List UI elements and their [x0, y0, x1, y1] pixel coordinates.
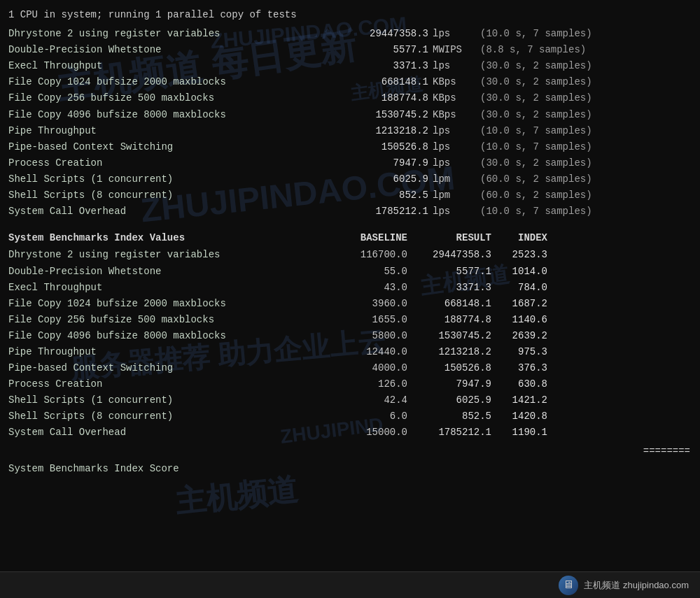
index-table-header: System Benchmarks Index Values BASELINE …	[8, 229, 692, 247]
logo: 🖥 主机频道 zhujipindao.com	[559, 576, 689, 595]
score-line: System Benchmarks Index Score	[8, 460, 692, 478]
bench-row: File Copy 1024 bufsize 2000 maxblocks 66…	[8, 74, 692, 90]
index-row: Pipe Throughput 12440.0 1213218.2 975.3	[8, 344, 692, 360]
bench-row: Dhrystone 2 using register variables 294…	[8, 26, 692, 42]
bench-row: Shell Scripts (1 concurrent) 6025.9 lpm …	[8, 171, 692, 187]
index-row: System Call Overhead 15000.0 1785212.1 1…	[8, 425, 692, 441]
logo-icon: 🖥	[559, 576, 578, 595]
index-row: Execl Throughput 43.0 3371.3 784.0	[8, 280, 692, 296]
index-row: File Copy 1024 bufsize 2000 maxblocks 39…	[8, 296, 692, 312]
terminal-output: 1 CPU in system; running 1 parallel copy…	[0, 0, 700, 485]
bench-row: Execl Throughput 3371.3 lps (30.0 s, 2 s…	[8, 58, 692, 74]
bench-row: Process Creation 7947.9 lps (30.0 s, 2 s…	[8, 155, 692, 171]
benchmark-results: Dhrystone 2 using register variables 294…	[8, 26, 692, 220]
bottom-bar: 🖥 主机频道 zhujipindao.com	[0, 571, 700, 598]
index-row: File Copy 256 bufsize 500 maxblocks 1655…	[8, 312, 692, 328]
bench-row: Pipe-based Context Switching 150526.8 lp…	[8, 139, 692, 155]
index-row: Pipe-based Context Switching 4000.0 1505…	[8, 360, 692, 376]
equals-divider: ========	[8, 443, 692, 460]
bench-row: Shell Scripts (8 concurrent) 852.5 lpm (…	[8, 187, 692, 204]
index-row: Shell Scripts (8 concurrent) 6.0 852.5 1…	[8, 408, 692, 425]
logo-text: 主机频道 zhujipindao.com	[584, 579, 689, 592]
index-table: System Benchmarks Index Values BASELINE …	[8, 229, 692, 478]
index-row: Shell Scripts (1 concurrent) 42.4 6025.9…	[8, 392, 692, 408]
index-row: Process Creation 126.0 7947.9 630.8	[8, 376, 692, 392]
index-row: Double-Precision Whetstone 55.0 5577.1 1…	[8, 264, 692, 280]
index-row: Dhrystone 2 using register variables 116…	[8, 247, 692, 263]
bench-row: Pipe Throughput 1213218.2 lps (10.0 s, 7…	[8, 123, 692, 139]
bench-row: Double-Precision Whetstone 5577.1 MWIPS …	[8, 42, 692, 58]
bench-row: File Copy 4096 bufsize 8000 maxblocks 15…	[8, 107, 692, 123]
index-rows: Dhrystone 2 using register variables 116…	[8, 247, 692, 441]
bench-row: System Call Overhead 1785212.1 lps (10.0…	[8, 204, 692, 220]
bench-row: File Copy 256 bufsize 500 maxblocks 1887…	[8, 90, 692, 106]
index-row: File Copy 4096 bufsize 8000 maxblocks 58…	[8, 328, 692, 344]
cpu-info-line: 1 CPU in system; running 1 parallel copy…	[8, 7, 692, 23]
